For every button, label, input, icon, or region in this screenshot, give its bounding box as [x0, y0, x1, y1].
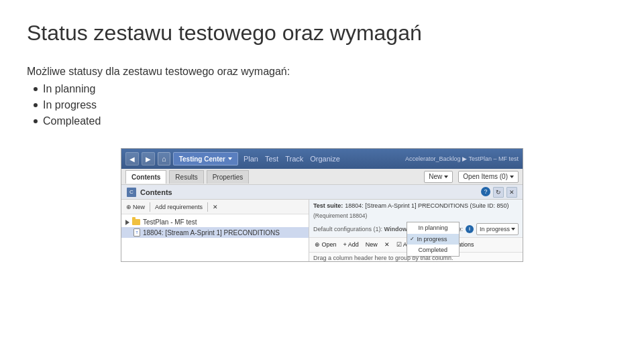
option-in-progress[interactable]: ✓ In progress [407, 234, 458, 245]
new-action-button[interactable]: New [363, 240, 380, 249]
tree-item-preconditions[interactable]: T 18804: [Stream A-Sprint 1] PRECONDITIO… [121, 227, 309, 238]
state-badge: i [466, 225, 474, 233]
suite-label: Test suite: [313, 202, 343, 210]
vs-navbar: ◀ ▶ ⌂ Testing Center Plan Test Track Org… [121, 149, 523, 169]
chevron-down-icon [228, 157, 232, 160]
item-label: Compleated [43, 115, 101, 127]
delete-icon: ✕ [213, 204, 218, 210]
list-item-progress: In progress [34, 99, 617, 111]
add-requirements-label: Add requirements [155, 204, 203, 210]
option-in-planning[interactable]: In planning [407, 222, 458, 234]
refresh-icon[interactable]: ↻ [493, 187, 504, 198]
testing-center-label: Testing Center [179, 155, 225, 163]
add-label: + Add [343, 241, 359, 248]
tab-contents[interactable]: Contents [125, 170, 166, 184]
folder-icon [132, 219, 140, 225]
left-toolbar: ⊕ New Add requirements ✕ [121, 200, 309, 214]
state-dropdown[interactable]: In progress [476, 223, 519, 235]
new-button[interactable]: New [424, 171, 453, 183]
checkmark-icon: ✓ [410, 235, 415, 243]
tab-properties-label: Properties [213, 174, 244, 181]
tree-item-testplan[interactable]: TestPlan - MF test [121, 217, 309, 227]
right-panel: Test suite: 18804: [Stream A-Sprint 1] P… [309, 200, 523, 262]
option-completed[interactable]: Completed [407, 245, 458, 256]
help-icon[interactable]: ? [481, 187, 490, 196]
nav-organize[interactable]: Organize [310, 155, 340, 163]
option-label: In progress [417, 235, 447, 244]
list-item-planning: In planning [34, 83, 617, 95]
bullet-dot [34, 87, 38, 91]
item-label: In progress [43, 99, 97, 111]
new-tree-label: New [133, 204, 145, 210]
add-button[interactable]: + Add [341, 240, 362, 249]
breadcrumb: Accelerator_Backlog ▶ TestPlan – MF test [405, 155, 519, 162]
open-button[interactable]: ⊕ Open [312, 240, 339, 249]
page-title: Status zestawu testowego oraz wymagań [27, 20, 617, 46]
open-items-button[interactable]: Open Items (0) [458, 171, 519, 183]
add-requirements-button[interactable]: Add requirements [153, 203, 205, 211]
tree-item-preconditions-label: 18804: [Stream A-Sprint 1] PRECONDITIONS [143, 229, 280, 237]
delete-action-button[interactable]: ✕ [382, 240, 392, 249]
nav-plan[interactable]: Plan [244, 155, 258, 163]
list-item-completed: Compleated [34, 115, 617, 127]
suite-id: 18804: [Stream A-Sprint 1] PRECONDITIONS… [345, 202, 508, 210]
tab-properties[interactable]: Properties [207, 170, 250, 184]
new-action-label: New [366, 241, 378, 248]
tab-contents-label: Contents [131, 174, 160, 181]
option-label: Completed [418, 246, 447, 255]
open-label: ⊕ Open [315, 241, 337, 248]
option-label: In planning [418, 224, 447, 232]
contents-title: Contents [140, 188, 172, 196]
left-panel: ⊕ New Add requirements ✕ TestPlan - MF t… [121, 200, 309, 262]
bullet-dot [34, 103, 38, 107]
vs-screenshot: ◀ ▶ ⌂ Testing Center Plan Test Track Org… [121, 148, 523, 262]
home-icon: ⌂ [162, 155, 166, 163]
contents-icon: C [127, 188, 136, 197]
bullet-dot [34, 119, 38, 123]
tab-results[interactable]: Results [169, 170, 203, 184]
vs-toolbar: Contents Results Properties New Open Ite… [121, 169, 523, 185]
chevron-down-icon [510, 176, 514, 178]
new-tree-icon: ⊕ [126, 204, 131, 210]
new-label: New [429, 173, 442, 180]
subtitle: Możliwe statusy dla zestawu testowego or… [27, 66, 617, 78]
right-panel-header: Test suite: 18804: [Stream A-Sprint 1] P… [309, 200, 523, 237]
separator [150, 202, 150, 212]
item-label: In planning [43, 83, 95, 95]
delete-button[interactable]: ✕ [211, 203, 220, 211]
content-icon-buttons: ? ↻ ✕ [481, 187, 517, 198]
toolbar-right: New Open Items (0) [424, 171, 519, 183]
new-tree-button[interactable]: ⊕ New [124, 203, 147, 211]
delete-action-icon: ✕ [384, 241, 390, 248]
back-button[interactable]: ◀ [125, 152, 139, 165]
vs-main-content: ⊕ New Add requirements ✕ TestPlan - MF t… [121, 200, 523, 262]
testing-center-button[interactable]: Testing Center [173, 152, 238, 165]
main-content: Status zestawu testowego oraz wymagań Mo… [0, 0, 644, 138]
chevron-down-icon [444, 176, 448, 178]
expand-icon [125, 220, 129, 225]
tree-item-testplan-label: TestPlan - MF test [143, 218, 197, 226]
state-area: State: i In progress In planning ✓ In pr [447, 223, 519, 235]
tree: TestPlan - MF test T 18804: [Stream A-Sp… [121, 214, 309, 241]
close-icon[interactable]: ✕ [506, 187, 517, 198]
nav-test[interactable]: Test [265, 155, 278, 163]
nav-links: Plan Test Track Organize [244, 155, 340, 163]
chevron-down-icon [511, 228, 515, 230]
content-header: C Contents ? ↻ ✕ [121, 185, 523, 200]
doc-icon: T [133, 228, 140, 237]
back-icon: ◀ [129, 155, 135, 163]
bullet-list: In planning In progress Compleated [34, 83, 617, 127]
home-button[interactable]: ⌂ [158, 152, 170, 165]
tab-results-label: Results [175, 174, 197, 181]
req-label: (Requirement 18804) [313, 212, 367, 220]
forward-icon: ▶ [146, 155, 151, 163]
forward-button[interactable]: ▶ [142, 152, 155, 165]
nav-track[interactable]: Track [285, 155, 303, 163]
separator [207, 202, 208, 212]
open-items-label: Open Items (0) [463, 173, 508, 180]
state-value: In progress [480, 225, 510, 234]
